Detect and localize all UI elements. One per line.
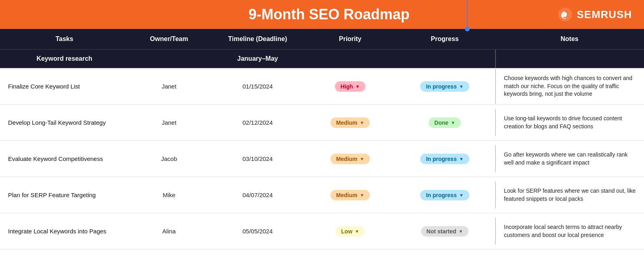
cell-owner: Jacob [129, 150, 209, 168]
cell-owner: Mike [129, 186, 209, 204]
section-empty-notes [495, 49, 644, 68]
table-row: Develop Long-Tail Keyword Strategy Janet… [0, 105, 644, 141]
semrush-logo-icon [557, 7, 573, 22]
priority-badge[interactable]: Medium ▼ [330, 190, 370, 200]
cell-priority[interactable]: Medium ▼ [306, 148, 394, 170]
cell-priority[interactable]: Medium ▼ [306, 112, 394, 134]
cell-notes: Choose keywords with high chances to con… [495, 69, 644, 104]
cell-notes: Go after keywords where we can realistic… [495, 145, 644, 172]
progress-badge[interactable]: In progress ▼ [420, 81, 469, 92]
section-timeline: January–May [209, 49, 306, 68]
progress-badge[interactable]: In progress ▼ [420, 190, 469, 200]
table-row: Finalize Core Keyword List Janet 01/15/2… [0, 68, 644, 105]
cell-timeline: 05/05/2024 [209, 222, 306, 240]
priority-chevron-icon: ▼ [360, 120, 364, 125]
cell-task: Finalize Core Keyword List [0, 77, 129, 95]
progress-badge[interactable]: Done ▼ [429, 117, 461, 128]
section-label: Keyword research [0, 49, 129, 68]
cell-owner: Janet [129, 113, 209, 132]
page-header: 9-Month SEO Roadmap SEMRUSH [0, 0, 644, 29]
cell-priority[interactable]: High ▼ [306, 76, 394, 97]
section-empty-1 [129, 49, 209, 68]
table-row: Evaluate Keyword Competitiveness Jacob 0… [0, 141, 644, 177]
priority-label: Low [341, 228, 353, 235]
table-row: Plan for SERP Feature Targeting Mike 04/… [0, 177, 644, 213]
cell-timeline: 04/07/2024 [209, 186, 306, 204]
progress-chevron-icon: ▼ [459, 157, 464, 161]
semrush-logo: SEMRUSH [557, 7, 632, 22]
cell-priority[interactable]: Low ▼ [306, 220, 394, 242]
progress-chevron-icon: ▼ [459, 84, 464, 89]
progress-badge[interactable]: Not started ▼ [421, 226, 469, 237]
section-empty-2 [306, 49, 394, 68]
page-title: 9-Month SEO Roadmap [101, 6, 557, 23]
priority-label: Medium [336, 120, 357, 126]
cell-timeline: 01/15/2024 [209, 77, 306, 95]
cell-task: Evaluate Keyword Competitiveness [0, 150, 129, 168]
col-priority: Priority [306, 29, 394, 49]
progress-label: In progress [426, 192, 456, 198]
col-owner: Owner/Team [129, 29, 209, 49]
cell-task: Develop Long-Tail Keyword Strategy [0, 113, 129, 132]
cell-owner: Janet [129, 77, 209, 95]
cell-progress[interactable]: In progress ▼ [394, 184, 495, 206]
progress-label: Done [434, 120, 448, 126]
progress-chevron-icon: ▼ [459, 229, 463, 234]
progress-chevron-icon: ▼ [451, 120, 455, 125]
column-headers: Tasks Owner/Team Timeline (Deadline) Pri… [0, 29, 644, 49]
progress-label: In progress [426, 83, 456, 90]
cell-task: Plan for SERP Feature Targeting [0, 186, 129, 204]
cell-progress[interactable]: Done ▼ [394, 112, 495, 134]
cell-notes: Look for SERP features where we can stan… [495, 181, 644, 208]
semrush-logo-text: SEMRUSH [577, 8, 632, 21]
progress-chevron-icon: ▼ [459, 193, 464, 198]
priority-chevron-icon: ▼ [360, 157, 364, 161]
priority-badge[interactable]: Medium ▼ [330, 154, 370, 164]
cell-owner: Alina [129, 222, 209, 240]
priority-chevron-icon: ▼ [360, 193, 364, 198]
cell-task: Integrate Local Keywords into Pages [0, 222, 129, 240]
priority-badge[interactable]: High ▼ [335, 81, 365, 92]
col-tasks: Tasks [0, 29, 129, 49]
section-row-keyword-research: Keyword research January–May [0, 49, 644, 68]
cell-progress[interactable]: Not started ▼ [394, 220, 495, 242]
priority-label: Medium [336, 156, 357, 162]
priority-badge[interactable]: Low ▼ [336, 226, 365, 237]
cell-notes: Incorporate local search terms to attrac… [495, 218, 644, 245]
col-notes: Notes [495, 29, 644, 49]
priority-label: High [341, 83, 353, 90]
priority-chevron-icon: ▼ [355, 229, 359, 234]
col-timeline: Timeline (Deadline) [209, 29, 306, 49]
cell-notes: Use long-tail keywords to drive focused … [495, 109, 644, 136]
priority-label: Medium [336, 192, 357, 198]
progress-badge[interactable]: In progress ▼ [420, 154, 469, 164]
progress-label: Not started [427, 228, 456, 235]
priority-badge[interactable]: Medium ▼ [330, 117, 370, 128]
table-row: Integrate Local Keywords into Pages Alin… [0, 213, 644, 249]
cell-timeline: 02/12/2024 [209, 113, 306, 132]
cell-timeline: 03/10/2024 [209, 150, 306, 168]
data-rows-container: Finalize Core Keyword List Janet 01/15/2… [0, 68, 644, 249]
section-empty-3 [394, 49, 495, 68]
cell-progress[interactable]: In progress ▼ [394, 148, 495, 170]
cell-progress[interactable]: In progress ▼ [394, 76, 495, 97]
progress-label: In progress [426, 156, 456, 162]
blue-dot-decoration [465, 27, 470, 31]
priority-chevron-icon: ▼ [355, 84, 360, 89]
blue-line-decoration [467, 0, 468, 29]
col-progress: Progress [394, 29, 495, 49]
cell-priority[interactable]: Medium ▼ [306, 184, 394, 206]
